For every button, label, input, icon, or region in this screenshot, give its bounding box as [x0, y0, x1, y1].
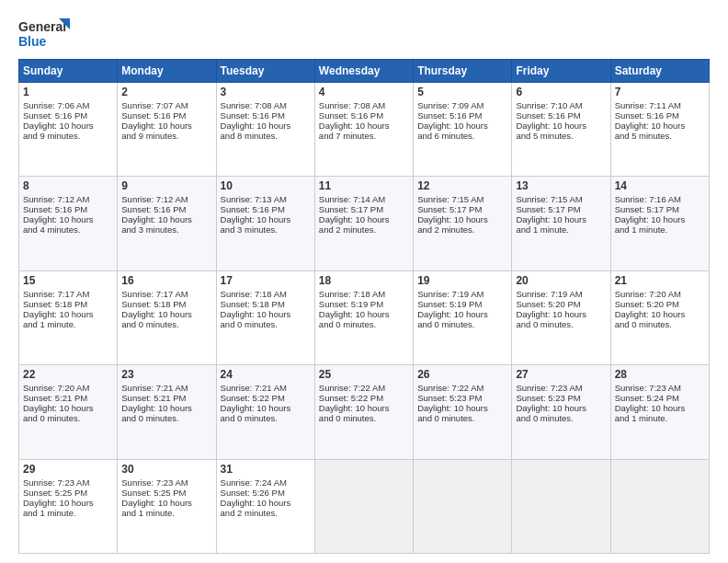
day-info-line: Sunset: 5:16 PM: [319, 110, 409, 121]
calendar-cell: 4Sunrise: 7:08 AMSunset: 5:16 PMDaylight…: [314, 83, 413, 177]
day-info-line: and 3 minutes.: [121, 224, 211, 235]
day-info-line: Sunset: 5:16 PM: [221, 204, 311, 214]
calendar-cell: 5Sunrise: 7:09 AMSunset: 5:16 PMDaylight…: [414, 83, 512, 177]
day-info-line: and 0 minutes.: [121, 319, 211, 329]
day-info-line: Sunrise: 7:24 AM: [221, 477, 311, 488]
day-info-line: Daylight: 10 hours: [121, 309, 211, 319]
day-info-line: Daylight: 10 hours: [615, 403, 705, 413]
day-info-line: Sunset: 5:19 PM: [417, 299, 507, 309]
day-info-line: Sunset: 5:20 PM: [516, 299, 606, 309]
day-info-line: Daylight: 10 hours: [23, 121, 113, 131]
day-number: 17: [221, 274, 311, 287]
calendar-cell: 10Sunrise: 7:13 AMSunset: 5:16 PMDayligh…: [216, 177, 314, 270]
page: GeneralBlue SundayMondayTuesdayWednesday…: [0, 0, 728, 563]
day-info-line: Daylight: 10 hours: [516, 214, 606, 224]
day-info-line: and 1 minute.: [615, 413, 705, 423]
day-info-line: and 2 minutes.: [417, 224, 507, 235]
calendar-cell: 14Sunrise: 7:16 AMSunset: 5:17 PMDayligh…: [610, 177, 709, 270]
day-number: 2: [121, 86, 211, 98]
calendar-cell: 26Sunrise: 7:22 AMSunset: 5:23 PMDayligh…: [414, 365, 512, 459]
day-number: 3: [221, 86, 311, 98]
calendar-cell: 28Sunrise: 7:23 AMSunset: 5:24 PMDayligh…: [610, 365, 709, 459]
day-number: 28: [615, 368, 705, 381]
day-info-line: Sunrise: 7:10 AM: [516, 100, 606, 110]
header: GeneralBlue: [18, 17, 710, 52]
day-info-line: and 0 minutes.: [221, 413, 311, 423]
day-info-line: Sunset: 5:24 PM: [615, 393, 705, 403]
day-info-line: Daylight: 10 hours: [221, 309, 311, 319]
day-info-line: Daylight: 10 hours: [417, 214, 507, 224]
day-number: 21: [615, 274, 705, 287]
day-info-line: Sunrise: 7:16 AM: [615, 194, 705, 204]
day-info-line: Daylight: 10 hours: [417, 309, 507, 319]
day-info-line: and 4 minutes.: [23, 224, 113, 235]
day-info-line: and 0 minutes.: [516, 413, 606, 423]
day-info-line: Sunrise: 7:08 AM: [319, 100, 409, 110]
day-info-line: Daylight: 10 hours: [516, 121, 606, 131]
day-info-line: Sunrise: 7:17 AM: [23, 289, 113, 299]
calendar-cell: 8Sunrise: 7:12 AMSunset: 5:16 PMDaylight…: [19, 177, 118, 270]
day-info-line: Sunset: 5:26 PM: [221, 488, 311, 498]
calendar-cell: 23Sunrise: 7:21 AMSunset: 5:21 PMDayligh…: [118, 365, 216, 459]
calendar-header-row: SundayMondayTuesdayWednesdayThursdayFrid…: [19, 60, 710, 83]
day-info-line: Daylight: 10 hours: [417, 121, 507, 131]
day-info-line: Daylight: 10 hours: [319, 214, 409, 224]
svg-text:General: General: [18, 19, 66, 34]
calendar-cell: 6Sunrise: 7:10 AMSunset: 5:16 PMDaylight…: [512, 83, 610, 177]
day-info-line: and 5 minutes.: [516, 131, 606, 141]
day-info-line: Sunset: 5:19 PM: [319, 299, 409, 309]
day-info-line: Sunrise: 7:08 AM: [221, 100, 311, 110]
day-info-line: Sunrise: 7:18 AM: [221, 289, 311, 299]
day-info-line: Daylight: 10 hours: [23, 498, 113, 508]
calendar-cell: 27Sunrise: 7:23 AMSunset: 5:23 PMDayligh…: [512, 365, 610, 459]
day-info-line: Sunrise: 7:23 AM: [516, 383, 606, 393]
day-info-line: and 3 minutes.: [221, 224, 311, 235]
day-info-line: Sunset: 5:23 PM: [516, 393, 606, 403]
calendar-cell: 22Sunrise: 7:20 AMSunset: 5:21 PMDayligh…: [19, 365, 118, 459]
day-info-line: Sunset: 5:16 PM: [221, 110, 311, 121]
day-info-line: Sunrise: 7:09 AM: [417, 100, 507, 110]
day-info-line: and 0 minutes.: [615, 319, 705, 329]
day-number: 25: [319, 368, 409, 381]
day-info-line: and 0 minutes.: [417, 319, 507, 329]
day-number: 29: [23, 463, 113, 476]
day-info-line: Sunset: 5:25 PM: [23, 488, 113, 498]
logo-svg: GeneralBlue: [18, 17, 74, 52]
day-info-line: Sunset: 5:18 PM: [23, 299, 113, 309]
day-number: 10: [221, 179, 311, 192]
calendar-cell: 9Sunrise: 7:12 AMSunset: 5:16 PMDaylight…: [118, 177, 216, 270]
calendar-cell: 25Sunrise: 7:22 AMSunset: 5:22 PMDayligh…: [314, 365, 413, 459]
day-info-line: and 1 minute.: [23, 508, 113, 518]
day-number: 18: [319, 274, 409, 287]
day-info-line: Sunset: 5:16 PM: [615, 110, 705, 121]
day-info-line: and 0 minutes.: [319, 319, 409, 329]
day-info-line: and 1 minute.: [615, 224, 705, 235]
day-number: 5: [417, 86, 507, 98]
calendar-week-5: 29Sunrise: 7:23 AMSunset: 5:25 PMDayligh…: [19, 459, 710, 553]
day-number: 9: [121, 179, 211, 192]
calendar-cell: 3Sunrise: 7:08 AMSunset: 5:16 PMDaylight…: [216, 83, 314, 177]
day-info-line: Sunrise: 7:23 AM: [121, 477, 211, 488]
day-info-line: Sunrise: 7:17 AM: [121, 289, 211, 299]
day-number: 14: [615, 179, 705, 192]
day-info-line: Sunset: 5:23 PM: [417, 393, 507, 403]
day-info-line: Daylight: 10 hours: [23, 403, 113, 413]
calendar-cell: 31Sunrise: 7:24 AMSunset: 5:26 PMDayligh…: [216, 459, 314, 553]
day-info-line: and 7 minutes.: [319, 131, 409, 141]
day-info-line: and 1 minute.: [121, 508, 211, 518]
day-info-line: Daylight: 10 hours: [23, 214, 113, 224]
calendar-week-4: 22Sunrise: 7:20 AMSunset: 5:21 PMDayligh…: [19, 365, 710, 459]
day-info-line: and 0 minutes.: [221, 319, 311, 329]
day-header-sunday: Sunday: [19, 60, 118, 83]
calendar-table: SundayMondayTuesdayWednesdayThursdayFrid…: [18, 59, 710, 554]
day-info-line: and 9 minutes.: [121, 131, 211, 141]
day-info-line: Daylight: 10 hours: [319, 403, 409, 413]
day-info-line: Sunrise: 7:20 AM: [23, 383, 113, 393]
day-info-line: and 0 minutes.: [417, 413, 507, 423]
day-info-line: Sunrise: 7:20 AM: [615, 289, 705, 299]
calendar-cell: [512, 459, 610, 553]
day-info-line: Sunset: 5:16 PM: [121, 204, 211, 214]
day-info-line: Sunrise: 7:12 AM: [121, 194, 211, 204]
calendar-cell: 30Sunrise: 7:23 AMSunset: 5:25 PMDayligh…: [118, 459, 216, 553]
day-info-line: and 2 minutes.: [221, 508, 311, 518]
